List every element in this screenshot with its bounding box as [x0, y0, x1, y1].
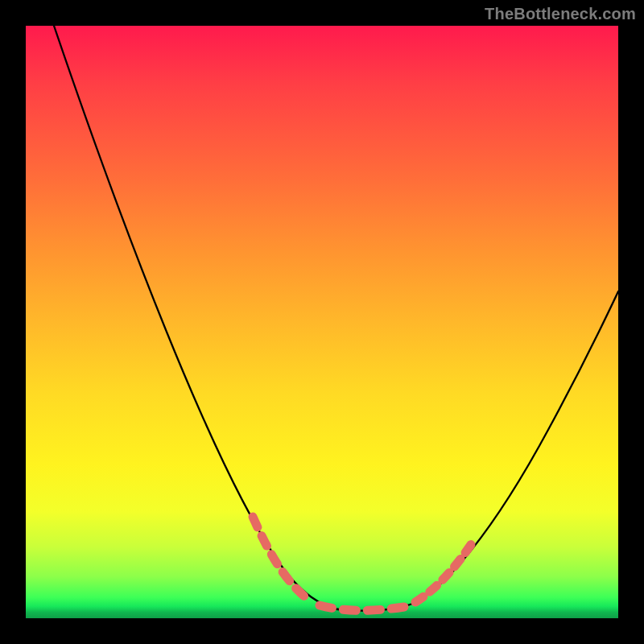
plot-area	[26, 26, 618, 618]
valley-dots	[320, 605, 404, 610]
right-shoulder-dots	[415, 541, 473, 602]
chart-frame: TheBottleneck.com	[0, 0, 644, 644]
left-shoulder-dots	[253, 517, 308, 599]
bottleneck-curve-svg	[26, 26, 618, 618]
bottleneck-curve	[54, 26, 618, 611]
watermark-text: TheBottleneck.com	[485, 5, 636, 23]
